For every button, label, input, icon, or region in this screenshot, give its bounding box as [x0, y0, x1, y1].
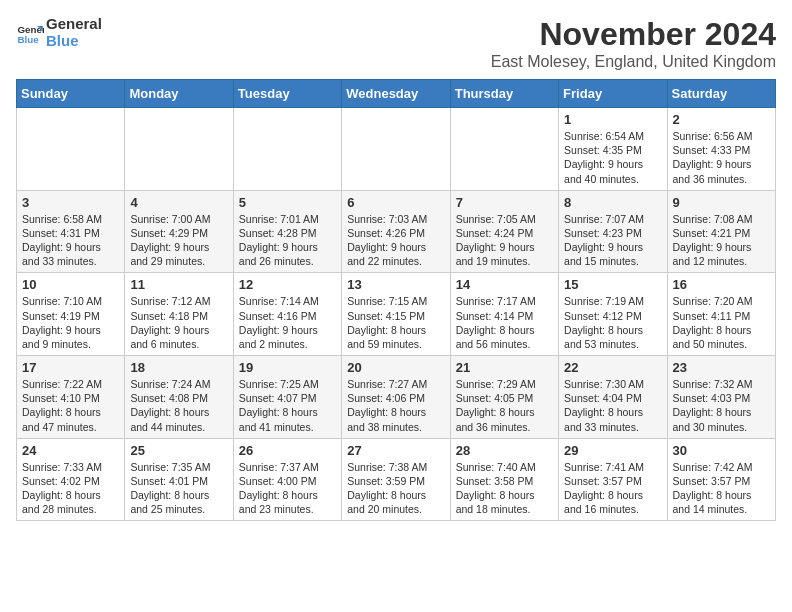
- title-area: November 2024 East Molesey, England, Uni…: [491, 16, 776, 71]
- day-info: Sunrise: 7:38 AM Sunset: 3:59 PM Dayligh…: [347, 460, 444, 517]
- day-info: Sunrise: 7:20 AM Sunset: 4:11 PM Dayligh…: [673, 294, 770, 351]
- day-info: Sunrise: 6:58 AM Sunset: 4:31 PM Dayligh…: [22, 212, 119, 269]
- day-number: 12: [239, 277, 336, 292]
- col-header-monday: Monday: [125, 80, 233, 108]
- day-info: Sunrise: 7:40 AM Sunset: 3:58 PM Dayligh…: [456, 460, 553, 517]
- calendar-cell: 26Sunrise: 7:37 AM Sunset: 4:00 PM Dayli…: [233, 438, 341, 521]
- calendar-cell: [450, 108, 558, 191]
- day-number: 10: [22, 277, 119, 292]
- day-info: Sunrise: 7:35 AM Sunset: 4:01 PM Dayligh…: [130, 460, 227, 517]
- calendar-cell: 17Sunrise: 7:22 AM Sunset: 4:10 PM Dayli…: [17, 356, 125, 439]
- day-number: 19: [239, 360, 336, 375]
- location-title: East Molesey, England, United Kingdom: [491, 53, 776, 71]
- calendar-cell: 5Sunrise: 7:01 AM Sunset: 4:28 PM Daylig…: [233, 190, 341, 273]
- day-number: 18: [130, 360, 227, 375]
- col-header-thursday: Thursday: [450, 80, 558, 108]
- calendar-cell: 19Sunrise: 7:25 AM Sunset: 4:07 PM Dayli…: [233, 356, 341, 439]
- calendar-cell: 30Sunrise: 7:42 AM Sunset: 3:57 PM Dayli…: [667, 438, 775, 521]
- day-info: Sunrise: 7:10 AM Sunset: 4:19 PM Dayligh…: [22, 294, 119, 351]
- calendar-cell: 12Sunrise: 7:14 AM Sunset: 4:16 PM Dayli…: [233, 273, 341, 356]
- day-info: Sunrise: 7:29 AM Sunset: 4:05 PM Dayligh…: [456, 377, 553, 434]
- calendar-cell: [125, 108, 233, 191]
- day-number: 6: [347, 195, 444, 210]
- calendar-week-4: 17Sunrise: 7:22 AM Sunset: 4:10 PM Dayli…: [17, 356, 776, 439]
- day-info: Sunrise: 7:41 AM Sunset: 3:57 PM Dayligh…: [564, 460, 661, 517]
- day-number: 14: [456, 277, 553, 292]
- calendar-cell: 22Sunrise: 7:30 AM Sunset: 4:04 PM Dayli…: [559, 356, 667, 439]
- day-info: Sunrise: 7:17 AM Sunset: 4:14 PM Dayligh…: [456, 294, 553, 351]
- calendar-cell: 23Sunrise: 7:32 AM Sunset: 4:03 PM Dayli…: [667, 356, 775, 439]
- day-number: 23: [673, 360, 770, 375]
- day-number: 21: [456, 360, 553, 375]
- calendar-cell: 20Sunrise: 7:27 AM Sunset: 4:06 PM Dayli…: [342, 356, 450, 439]
- day-number: 27: [347, 443, 444, 458]
- day-number: 2: [673, 112, 770, 127]
- day-number: 26: [239, 443, 336, 458]
- calendar-cell: 28Sunrise: 7:40 AM Sunset: 3:58 PM Dayli…: [450, 438, 558, 521]
- col-header-tuesday: Tuesday: [233, 80, 341, 108]
- day-number: 11: [130, 277, 227, 292]
- day-info: Sunrise: 7:19 AM Sunset: 4:12 PM Dayligh…: [564, 294, 661, 351]
- logo: General Blue General Blue: [16, 16, 102, 49]
- calendar-cell: 10Sunrise: 7:10 AM Sunset: 4:19 PM Dayli…: [17, 273, 125, 356]
- day-info: Sunrise: 7:14 AM Sunset: 4:16 PM Dayligh…: [239, 294, 336, 351]
- calendar-cell: 9Sunrise: 7:08 AM Sunset: 4:21 PM Daylig…: [667, 190, 775, 273]
- col-header-saturday: Saturday: [667, 80, 775, 108]
- day-number: 22: [564, 360, 661, 375]
- calendar-cell: [17, 108, 125, 191]
- day-number: 30: [673, 443, 770, 458]
- day-number: 20: [347, 360, 444, 375]
- day-info: Sunrise: 6:56 AM Sunset: 4:33 PM Dayligh…: [673, 129, 770, 186]
- calendar-cell: 15Sunrise: 7:19 AM Sunset: 4:12 PM Dayli…: [559, 273, 667, 356]
- day-number: 5: [239, 195, 336, 210]
- calendar-cell: 16Sunrise: 7:20 AM Sunset: 4:11 PM Dayli…: [667, 273, 775, 356]
- day-info: Sunrise: 7:07 AM Sunset: 4:23 PM Dayligh…: [564, 212, 661, 269]
- day-info: Sunrise: 7:32 AM Sunset: 4:03 PM Dayligh…: [673, 377, 770, 434]
- svg-text:Blue: Blue: [17, 33, 39, 44]
- day-info: Sunrise: 7:25 AM Sunset: 4:07 PM Dayligh…: [239, 377, 336, 434]
- day-number: 17: [22, 360, 119, 375]
- calendar-cell: 11Sunrise: 7:12 AM Sunset: 4:18 PM Dayli…: [125, 273, 233, 356]
- calendar-cell: [233, 108, 341, 191]
- calendar: SundayMondayTuesdayWednesdayThursdayFrid…: [16, 79, 776, 521]
- calendar-cell: 24Sunrise: 7:33 AM Sunset: 4:02 PM Dayli…: [17, 438, 125, 521]
- day-number: 3: [22, 195, 119, 210]
- logo-line2: Blue: [46, 33, 102, 50]
- day-info: Sunrise: 7:24 AM Sunset: 4:08 PM Dayligh…: [130, 377, 227, 434]
- header: General Blue General Blue November 2024 …: [16, 16, 776, 71]
- calendar-cell: 8Sunrise: 7:07 AM Sunset: 4:23 PM Daylig…: [559, 190, 667, 273]
- day-number: 1: [564, 112, 661, 127]
- calendar-week-1: 1Sunrise: 6:54 AM Sunset: 4:35 PM Daylig…: [17, 108, 776, 191]
- day-number: 24: [22, 443, 119, 458]
- calendar-week-5: 24Sunrise: 7:33 AM Sunset: 4:02 PM Dayli…: [17, 438, 776, 521]
- calendar-cell: 3Sunrise: 6:58 AM Sunset: 4:31 PM Daylig…: [17, 190, 125, 273]
- day-info: Sunrise: 7:03 AM Sunset: 4:26 PM Dayligh…: [347, 212, 444, 269]
- day-number: 9: [673, 195, 770, 210]
- day-info: Sunrise: 7:12 AM Sunset: 4:18 PM Dayligh…: [130, 294, 227, 351]
- calendar-cell: 1Sunrise: 6:54 AM Sunset: 4:35 PM Daylig…: [559, 108, 667, 191]
- day-number: 7: [456, 195, 553, 210]
- calendar-cell: 7Sunrise: 7:05 AM Sunset: 4:24 PM Daylig…: [450, 190, 558, 273]
- calendar-header-row: SundayMondayTuesdayWednesdayThursdayFrid…: [17, 80, 776, 108]
- calendar-cell: 14Sunrise: 7:17 AM Sunset: 4:14 PM Dayli…: [450, 273, 558, 356]
- day-number: 13: [347, 277, 444, 292]
- day-info: Sunrise: 6:54 AM Sunset: 4:35 PM Dayligh…: [564, 129, 661, 186]
- calendar-week-2: 3Sunrise: 6:58 AM Sunset: 4:31 PM Daylig…: [17, 190, 776, 273]
- logo-line1: General: [46, 16, 102, 33]
- col-header-wednesday: Wednesday: [342, 80, 450, 108]
- day-info: Sunrise: 7:37 AM Sunset: 4:00 PM Dayligh…: [239, 460, 336, 517]
- day-info: Sunrise: 7:15 AM Sunset: 4:15 PM Dayligh…: [347, 294, 444, 351]
- day-number: 28: [456, 443, 553, 458]
- month-title: November 2024: [491, 16, 776, 53]
- day-info: Sunrise: 7:33 AM Sunset: 4:02 PM Dayligh…: [22, 460, 119, 517]
- day-number: 25: [130, 443, 227, 458]
- calendar-cell: 6Sunrise: 7:03 AM Sunset: 4:26 PM Daylig…: [342, 190, 450, 273]
- day-number: 4: [130, 195, 227, 210]
- day-number: 15: [564, 277, 661, 292]
- day-info: Sunrise: 7:27 AM Sunset: 4:06 PM Dayligh…: [347, 377, 444, 434]
- col-header-friday: Friday: [559, 80, 667, 108]
- calendar-cell: 2Sunrise: 6:56 AM Sunset: 4:33 PM Daylig…: [667, 108, 775, 191]
- calendar-cell: 21Sunrise: 7:29 AM Sunset: 4:05 PM Dayli…: [450, 356, 558, 439]
- day-info: Sunrise: 7:01 AM Sunset: 4:28 PM Dayligh…: [239, 212, 336, 269]
- calendar-cell: 27Sunrise: 7:38 AM Sunset: 3:59 PM Dayli…: [342, 438, 450, 521]
